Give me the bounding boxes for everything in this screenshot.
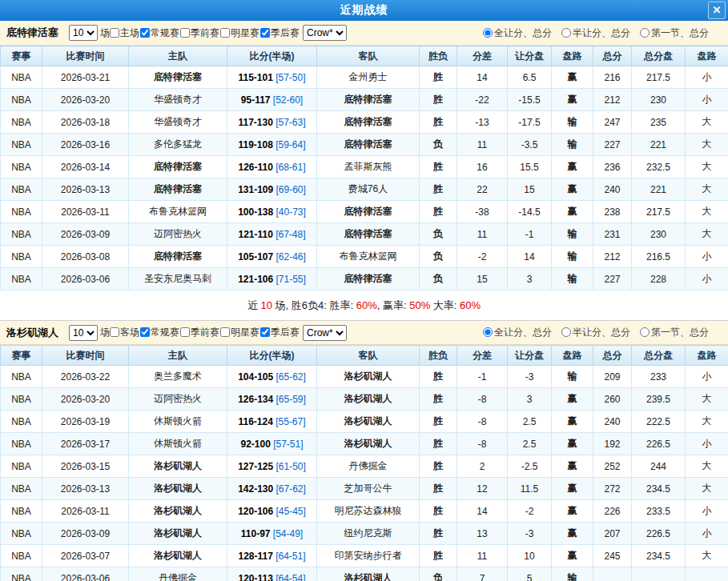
checkbox-input[interactable] bbox=[140, 28, 150, 38]
cell-date: 2026-03-18 bbox=[42, 111, 129, 134]
checkbox-input[interactable] bbox=[220, 28, 230, 38]
cell-score: 92-100 [57-51] bbox=[227, 433, 317, 455]
filter-checkbox[interactable]: 季后赛 bbox=[260, 327, 300, 338]
half-score-text: [57-50] bbox=[273, 72, 306, 83]
half-score-text: [54-49] bbox=[271, 528, 304, 539]
cell-total-points: 240 bbox=[593, 178, 632, 201]
filter-checkbox[interactable]: 季前赛 bbox=[180, 27, 219, 38]
cell-total-line: 222.5 bbox=[632, 411, 686, 433]
stat-mode-radio[interactable]: 全让分、总分 bbox=[483, 26, 552, 40]
results-table: 赛事比赛时间主队比分(半场)客队胜负分差让分盘盘路总分总分盘盘路 NBA2026… bbox=[0, 345, 728, 581]
cell-date: 2026-03-15 bbox=[42, 455, 129, 478]
column-header: 盘路 bbox=[552, 346, 593, 366]
cell-home-team: 布鲁克林篮网 bbox=[129, 201, 227, 223]
cell-point-diff: 14 bbox=[457, 500, 508, 523]
score-text: 92-100 bbox=[240, 439, 270, 450]
cell-away-team: 底特律活塞 bbox=[317, 134, 420, 156]
cell-total-result: 小 bbox=[686, 523, 728, 545]
checkbox-input[interactable] bbox=[110, 327, 119, 337]
cell-point-diff: -8 bbox=[457, 388, 508, 411]
cell-total-result: 大 bbox=[686, 178, 728, 201]
cell-result: 胜 bbox=[420, 156, 457, 178]
filter-checkbox[interactable]: 季前赛 bbox=[180, 327, 219, 338]
cell-handicap-line: -3 bbox=[508, 366, 552, 388]
cell-handicap-result: 输 bbox=[552, 223, 593, 246]
filter-checkbox[interactable]: 明星赛 bbox=[220, 327, 259, 338]
radio-input[interactable] bbox=[561, 28, 571, 38]
company-select[interactable]: Crow* bbox=[303, 325, 347, 341]
filter-checkbox[interactable]: 常规赛 bbox=[140, 327, 179, 338]
cell-point-diff: 11 bbox=[457, 134, 508, 156]
cell-handicap-result: 输 bbox=[552, 567, 593, 581]
cell-total-line: 221 bbox=[632, 178, 686, 201]
cell-score: 120-113 [64-54] bbox=[227, 567, 317, 581]
score-text: 126-110 bbox=[238, 162, 272, 173]
cell-handicap-line: 6.5 bbox=[508, 66, 552, 89]
company-select[interactable]: Crow* bbox=[303, 25, 347, 41]
cell-handicap-line: -14.5 bbox=[508, 201, 552, 223]
cell-total-line: 239.5 bbox=[632, 388, 686, 411]
stat-mode-radio[interactable]: 半让分、总分 bbox=[561, 26, 630, 40]
radio-input[interactable] bbox=[483, 28, 493, 38]
cell-total-points: 227 bbox=[593, 134, 632, 156]
cell-date: 2026-03-21 bbox=[42, 66, 129, 89]
cell-handicap-result: 赢 bbox=[552, 66, 593, 89]
cell-handicap-line: -3.5 bbox=[508, 134, 552, 156]
cell-total-result: 大 bbox=[686, 156, 728, 178]
checkbox-input[interactable] bbox=[180, 327, 190, 337]
radio-input[interactable] bbox=[483, 327, 493, 337]
cell-league: NBA bbox=[1, 478, 42, 500]
stat-mode-radio[interactable]: 全让分、总分 bbox=[483, 326, 552, 339]
score-text: 119-108 bbox=[238, 139, 272, 150]
column-header: 总分盘 bbox=[632, 346, 686, 366]
summary-text-segment: 近 bbox=[247, 299, 261, 311]
filter-checkbox[interactable]: 明星赛 bbox=[220, 27, 259, 38]
game-row: NBA2026-03-11洛杉矶湖人120-106 [45-45]明尼苏达森林狼… bbox=[1, 500, 728, 523]
radio-input[interactable] bbox=[561, 327, 571, 337]
cell-result: 负 bbox=[420, 246, 457, 268]
cell-total-line: 228 bbox=[632, 268, 686, 290]
games-count-select[interactable]: 10 bbox=[69, 25, 98, 41]
checkbox-input[interactable] bbox=[180, 28, 190, 38]
cell-result: 胜 bbox=[420, 545, 457, 567]
checkbox-input[interactable] bbox=[220, 327, 230, 337]
filter-checkbox[interactable]: 主场 bbox=[110, 27, 139, 38]
filter-checkbox[interactable]: 客场 bbox=[110, 327, 139, 338]
radio-input[interactable] bbox=[640, 28, 650, 38]
cell-result: 胜 bbox=[420, 201, 457, 223]
score-text: 127-125 bbox=[238, 461, 273, 472]
cell-total-points: 272 bbox=[593, 478, 632, 500]
checkbox-input[interactable] bbox=[140, 327, 150, 337]
cell-total-points: 227 bbox=[593, 268, 632, 290]
cell-away-team: 底特律活塞 bbox=[317, 268, 420, 290]
stat-mode-radio[interactable]: 第一节、总分 bbox=[640, 326, 709, 339]
close-icon[interactable]: ✕ bbox=[708, 2, 726, 19]
checkbox-input[interactable] bbox=[260, 327, 270, 337]
team-section-1: 洛杉矶湖人 10 场 客场常规赛季前赛明星赛季后赛 Crow* 全让分、总分半让… bbox=[0, 320, 728, 581]
score-text: 120-106 bbox=[238, 506, 273, 517]
cell-score: 116-124 [55-67] bbox=[227, 411, 317, 433]
stat-mode-radio[interactable]: 第一节、总分 bbox=[640, 26, 709, 40]
cell-point-diff: 13 bbox=[457, 523, 508, 545]
half-score-text: [52-60] bbox=[271, 94, 304, 106]
cell-date: 2026-03-13 bbox=[42, 478, 129, 500]
cell-total-line: 233.5 bbox=[632, 500, 686, 523]
half-score-text: [64-54] bbox=[273, 573, 306, 581]
cell-score: 105-107 [62-46] bbox=[227, 246, 317, 268]
radio-input[interactable] bbox=[640, 327, 650, 337]
games-count-select[interactable]: 10 bbox=[69, 325, 98, 341]
game-row: NBA2026-03-21底特律活塞115-101 [57-50]金州勇士胜14… bbox=[1, 66, 728, 89]
cell-total-points: 252 bbox=[593, 455, 632, 478]
cell-date: 2026-03-08 bbox=[42, 246, 129, 268]
filter-checkbox[interactable]: 常规赛 bbox=[140, 27, 179, 38]
stat-mode-radio[interactable]: 半让分、总分 bbox=[561, 326, 630, 339]
cell-handicap-line: -2.5 bbox=[508, 455, 552, 478]
cell-league: NBA bbox=[1, 545, 42, 567]
score-text: 117-130 bbox=[238, 117, 272, 128]
checkbox-input[interactable] bbox=[260, 28, 270, 38]
cell-total-result: 大 bbox=[686, 111, 728, 134]
cell-home-team: 洛杉矶湖人 bbox=[129, 545, 227, 567]
checkbox-input[interactable] bbox=[110, 28, 119, 38]
cell-handicap-line: 14 bbox=[508, 246, 552, 268]
filter-checkbox[interactable]: 季后赛 bbox=[260, 27, 300, 38]
